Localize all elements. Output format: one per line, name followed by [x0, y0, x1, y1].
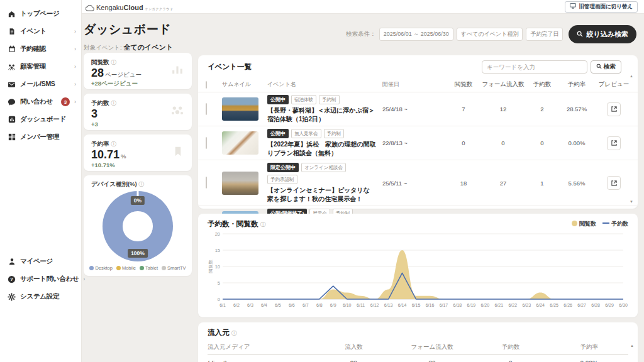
- mail-icon: [8, 80, 16, 89]
- sidebar-item-label: メール/SMS: [20, 80, 70, 89]
- legend-item-smarttv[interactable]: SmartTV: [162, 265, 186, 271]
- svg-text:6/22: 6/22: [508, 303, 517, 307]
- event-date: 25/5/11 ~: [382, 180, 448, 187]
- preview-button[interactable]: [607, 176, 621, 190]
- svg-text:6/16: 6/16: [426, 303, 435, 307]
- svg-text:6/18: 6/18: [453, 303, 462, 307]
- sidebar-item-top[interactable]: トップページ: [0, 5, 81, 23]
- legend-dot: [140, 266, 144, 270]
- event-name-link[interactable]: 【2022年夏】浜松 家族の理想の間取りプラン相談会（無料）: [267, 140, 376, 157]
- event-icon: [8, 28, 16, 36]
- condition-chip-event-type[interactable]: すべてのイベント種別: [457, 28, 523, 41]
- stat-card-reservations: 予約数 ⓘ 3 +3: [84, 94, 192, 130]
- source-rate: 0.00%: [550, 360, 628, 362]
- trend-chart-panel: 予約数・閲覧数 ⓘ 閲覧数 予約数 05101520閲覧数6/16/26/36/…: [198, 214, 638, 317]
- svg-text:6/29: 6/29: [605, 303, 614, 307]
- sidebar-footer: マイページ ? サポート問い合わせ › システム設定: [0, 253, 81, 305]
- search-icon: [577, 31, 583, 38]
- sidebar-item-settings[interactable]: システム設定: [0, 288, 81, 305]
- svg-text:6/11: 6/11: [357, 303, 365, 307]
- legend-item-desktop[interactable]: Desktop: [89, 265, 113, 271]
- stat-change: +10.71%: [91, 162, 184, 168]
- stat-value: 10.71%: [91, 148, 184, 162]
- source-inflow: 23: [314, 360, 393, 362]
- chat-icon: [8, 98, 16, 106]
- sidebar-item-members[interactable]: メンバー管理: [0, 128, 81, 146]
- svg-text:5: 5: [218, 280, 220, 286]
- home-icon: [8, 10, 16, 18]
- svg-text:6/7: 6/7: [303, 303, 309, 307]
- event-thumbnail[interactable]: [222, 97, 258, 121]
- calendar-icon: [8, 45, 16, 53]
- preview-button[interactable]: [607, 136, 621, 150]
- condition-label: 検索条件：: [346, 30, 376, 38]
- sidebar-item-inquiry[interactable]: 問い合わせ 3 ›: [0, 93, 81, 111]
- event-name-link[interactable]: 【オンラインセミナー】ピッタリな家を探します！秋の住宅展示会！: [267, 186, 376, 203]
- legend-item-reservations[interactable]: 予約数: [602, 220, 628, 228]
- condition-chip-daterange[interactable]: 2025/06/01 ～ 2025/06/30: [379, 28, 453, 41]
- members-icon: [8, 133, 16, 141]
- event-reservations: 1: [527, 180, 557, 187]
- sidebar-nav: トップページ イベント › 予約確認 › 顧客管理 › メール/SMS › 問い…: [0, 0, 81, 146]
- svg-text:6/4: 6/4: [261, 303, 267, 307]
- event-name-link[interactable]: 【長野・蓼科湖】＜水辺に浮かぶ宿＞宿泊体験（1泊2日）: [267, 106, 376, 123]
- condition-chip-date-type[interactable]: 予約完了日: [526, 28, 563, 41]
- scroll-up-icon[interactable]: ▲: [630, 344, 634, 348]
- row-checkbox[interactable]: [206, 177, 207, 189]
- chevron-right-icon: ›: [74, 28, 76, 35]
- event-tag: 無人見学会: [291, 129, 321, 138]
- sidebar-item-events[interactable]: イベント ›: [0, 23, 81, 40]
- event-form-count: 12: [479, 106, 527, 112]
- trend-chart[interactable]: 05101520閲覧数6/16/26/36/46/56/66/76/86/96/…: [208, 230, 628, 310]
- legend-item-views[interactable]: 閲覧数: [572, 220, 596, 228]
- sidebar-item-mail[interactable]: メール/SMS ›: [0, 75, 81, 93]
- chevron-right-icon: ›: [74, 63, 76, 70]
- svg-text:6/24: 6/24: [536, 303, 545, 307]
- select-all-checkbox[interactable]: [206, 81, 207, 89]
- customers-icon: [8, 63, 16, 71]
- event-table-header: サムネイル イベント名 開催日 閲覧数 フォーム流入数 予約数 予約率 プレビュ…: [198, 77, 638, 92]
- info-icon[interactable]: ⓘ: [111, 59, 116, 65]
- event-thumbnail[interactable]: [222, 131, 258, 155]
- scroll-up-icon[interactable]: ▲: [630, 74, 633, 78]
- info-icon[interactable]: ⓘ: [231, 330, 237, 336]
- legend-item-mobile[interactable]: Mobile: [116, 265, 136, 271]
- legend-dot: [162, 266, 166, 270]
- keyword-search-input[interactable]: [482, 60, 587, 74]
- svg-text:6/30: 6/30: [619, 303, 628, 307]
- filter-search-button[interactable]: 絞り込み検索: [569, 25, 636, 43]
- svg-text:6/26: 6/26: [564, 303, 572, 307]
- sidebar-item-mypage[interactable]: マイページ: [0, 253, 81, 270]
- preview-button[interactable]: [607, 102, 621, 116]
- bookmark-icon: [172, 145, 184, 160]
- event-thumbnail[interactable]: [222, 172, 258, 195]
- svg-text:6/8: 6/8: [316, 303, 323, 307]
- info-icon[interactable]: ⓘ: [111, 141, 116, 147]
- keyword-search-button[interactable]: 検索: [591, 60, 621, 74]
- event-reservations: 2: [527, 106, 557, 112]
- row-checkbox[interactable]: [206, 103, 207, 115]
- sidebar-item-reservations[interactable]: 予約確認 ›: [0, 40, 81, 58]
- info-icon[interactable]: ⓘ: [111, 100, 116, 106]
- svg-text:6/2: 6/2: [233, 303, 240, 307]
- event-list-title: イベント一覧: [208, 62, 252, 72]
- event-list-scrollbar[interactable]: ▲ ▼: [628, 74, 635, 204]
- sidebar-item-customers[interactable]: 顧客管理 ›: [0, 58, 81, 75]
- sidebar-item-dashboard[interactable]: ダッシュボード: [0, 111, 81, 128]
- info-icon[interactable]: ⓘ: [260, 221, 266, 228]
- event-form-count: 0: [479, 140, 527, 146]
- event-tag: 宿泊体験: [291, 95, 316, 104]
- event-date: 25/4/18 ~: [382, 106, 448, 112]
- sidebar-item-support[interactable]: ? サポート問い合わせ ›: [0, 270, 81, 288]
- legend-item-tablet[interactable]: Tablet: [140, 265, 158, 271]
- sidebar-item-label: マイページ: [20, 257, 76, 266]
- info-icon[interactable]: ⓘ: [138, 181, 144, 187]
- scroll-down-icon[interactable]: ▼: [630, 200, 633, 204]
- event-tag: 予約制: [319, 95, 340, 104]
- svg-text:6/1: 6/1: [219, 303, 226, 307]
- svg-text:6/14: 6/14: [398, 303, 407, 307]
- stat-card-views: 閲覧数 ⓘ 28ページビュー +28ページビュー: [84, 53, 192, 89]
- switch-admin-button[interactable]: 旧管理画面に切り替え: [565, 1, 638, 13]
- row-checkbox[interactable]: [206, 137, 207, 149]
- brand-kana: ケンガククラウド: [145, 7, 174, 11]
